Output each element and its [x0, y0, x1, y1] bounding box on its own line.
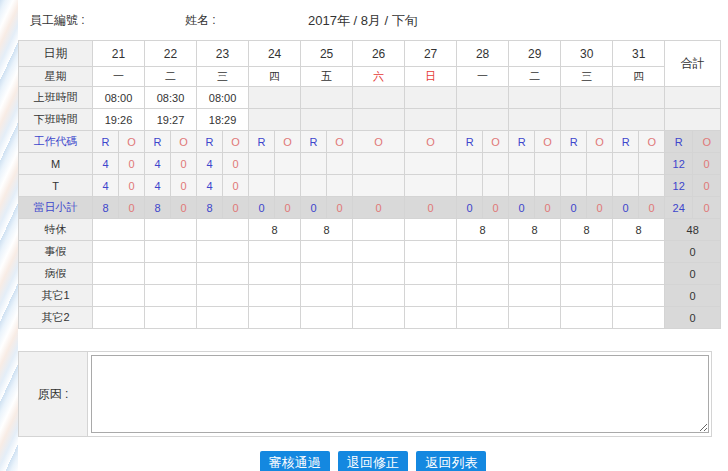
code-cell-o: O [275, 131, 301, 153]
weekday-cell: 三 [197, 67, 249, 87]
date-cell: 23 [197, 41, 249, 67]
leave-cell [145, 241, 197, 263]
leave-cell [405, 263, 457, 285]
time-in-cell [353, 87, 405, 109]
leave-cell: 8 [561, 219, 613, 241]
approve-button[interactable]: 審核通過 [260, 451, 330, 471]
leave-cell [249, 241, 301, 263]
leave-cell: 8 [509, 219, 561, 241]
leave-cell: 8 [301, 219, 353, 241]
code-cell-r: 0 [457, 197, 483, 219]
name-label: 姓名 : [185, 12, 216, 29]
reason-label: 原因 : [19, 352, 88, 437]
leave-total-cell: 0 [665, 241, 721, 263]
code-cell-o [275, 175, 301, 197]
time-in-cell [249, 87, 301, 109]
time-out-cell [509, 109, 561, 131]
code-cell-r: R [613, 131, 639, 153]
code-cell-merged [353, 175, 405, 197]
reason-section: 原因 : [18, 351, 712, 437]
return-for-correction-button[interactable]: 退回修正 [338, 451, 408, 471]
leave-cell [145, 263, 197, 285]
code-cell-r: 0 [561, 197, 587, 219]
leave-cell [301, 263, 353, 285]
code-row: 工作代碼ROROROROROOORORORORORO [19, 131, 721, 153]
code-total-r: 12 [665, 153, 693, 175]
code-cell-o: 0 [275, 197, 301, 219]
code-cell-o [535, 175, 561, 197]
leave-cell [93, 263, 145, 285]
code-cell-o: 0 [535, 197, 561, 219]
time-out-cell: 19:27 [145, 109, 197, 131]
leave-cell [145, 307, 197, 329]
leave-cell [613, 285, 665, 307]
leave-cell [93, 285, 145, 307]
weekday-cell: 三 [561, 67, 613, 87]
time-out-cell: 19:26 [93, 109, 145, 131]
weekday-cell: 二 [145, 67, 197, 87]
code-cell-merged: 0 [353, 197, 405, 219]
leave-row-label: 病假 [19, 263, 93, 285]
leave-cell [249, 285, 301, 307]
code-cell-o: 0 [483, 197, 509, 219]
code-cell-o: 0 [223, 197, 249, 219]
code-cell-r: 4 [145, 175, 171, 197]
date-row-label: 日期 [19, 41, 93, 67]
code-cell-o [639, 153, 665, 175]
reason-textarea[interactable] [91, 355, 709, 433]
leave-cell [249, 307, 301, 329]
code-cell-r: R [249, 131, 275, 153]
attendance-table: 日期2122232425262728293031合計星期一二三四五六日一二三四上… [18, 40, 721, 329]
code-total-o: 0 [693, 197, 721, 219]
leave-cell [613, 241, 665, 263]
code-cell-merged [405, 153, 457, 175]
date-cell: 24 [249, 41, 301, 67]
code-row-label: T [19, 175, 93, 197]
leave-cell [353, 263, 405, 285]
code-row: 當日小計80808000000000000000240 [19, 197, 721, 219]
code-cell-r [249, 175, 275, 197]
time-in-cell: 08:00 [197, 87, 249, 109]
code-cell-r [561, 175, 587, 197]
date-cell: 22 [145, 41, 197, 67]
leave-row: 事假0 [19, 241, 721, 263]
code-cell-merged: 0 [405, 197, 457, 219]
time-out-cell [301, 109, 353, 131]
code-cell-r: 4 [93, 175, 119, 197]
leave-cell [457, 241, 509, 263]
code-cell-merged [353, 153, 405, 175]
code-cell-r: 4 [93, 153, 119, 175]
leave-cell [405, 307, 457, 329]
code-cell-o: 0 [223, 175, 249, 197]
code-cell-o: O [535, 131, 561, 153]
back-to-list-button[interactable]: 返回列表 [416, 451, 486, 471]
code-cell-r: 8 [145, 197, 171, 219]
code-cell-o [535, 153, 561, 175]
code-cell-o: 0 [119, 197, 145, 219]
leave-cell [145, 285, 197, 307]
code-cell-o [587, 175, 613, 197]
leave-cell [561, 263, 613, 285]
time-out-total-cell [665, 109, 721, 131]
time-in-row-label: 上班時間 [19, 87, 93, 109]
code-cell-o: 0 [171, 175, 197, 197]
time-out-row: 下班時間19:2619:2718:29 [19, 109, 721, 131]
code-cell-o: O [483, 131, 509, 153]
leave-total-cell: 0 [665, 285, 721, 307]
code-cell-r: 8 [197, 197, 223, 219]
code-cell-merged [405, 175, 457, 197]
leave-cell [509, 307, 561, 329]
code-total-r: 12 [665, 175, 693, 197]
code-cell-r: 8 [93, 197, 119, 219]
code-cell-o: O [327, 131, 353, 153]
code-cell-o [639, 175, 665, 197]
code-cell-o: 0 [171, 153, 197, 175]
leave-cell [613, 307, 665, 329]
code-row: T404040120 [19, 175, 721, 197]
weekday-cell: 一 [457, 67, 509, 87]
leave-cell [561, 307, 613, 329]
leave-cell [145, 219, 197, 241]
code-cell-o: O [223, 131, 249, 153]
code-total-r: R [665, 131, 693, 153]
code-cell-o [327, 153, 353, 175]
